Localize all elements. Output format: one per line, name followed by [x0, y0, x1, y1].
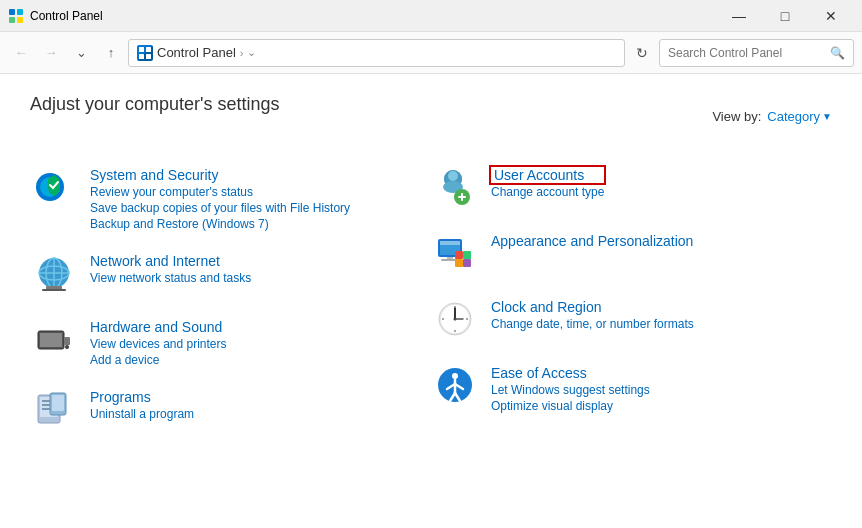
minimize-button[interactable]: —	[716, 0, 762, 32]
maximize-button[interactable]: □	[762, 0, 808, 32]
category-programs: Programs Uninstall a program	[30, 385, 431, 433]
hardware-link-0[interactable]: View devices and printers	[90, 337, 227, 351]
category-system-security: System and Security Review your computer…	[30, 163, 431, 231]
svg-rect-18	[40, 333, 62, 347]
address-separator: ›	[240, 47, 244, 59]
svg-point-53	[466, 318, 468, 320]
appearance-icon	[431, 229, 479, 277]
view-by-dropdown[interactable]: Category ▼	[767, 109, 832, 124]
address-field[interactable]: Control Panel › ⌄	[128, 39, 625, 67]
network-text: Network and Internet View network status…	[90, 249, 251, 285]
category-network: Network and Internet View network status…	[30, 249, 431, 297]
ease-link-0[interactable]: Let Windows suggest settings	[491, 383, 650, 397]
clock-title[interactable]: Clock and Region	[491, 299, 694, 315]
appearance-text: Appearance and Personalization	[491, 229, 693, 249]
svg-rect-1	[17, 9, 23, 15]
clock-icon	[431, 295, 479, 343]
svg-rect-7	[146, 54, 151, 59]
svg-rect-43	[455, 259, 463, 267]
refresh-button[interactable]: ↻	[629, 40, 655, 66]
system-security-icon	[30, 163, 78, 211]
search-icon: 🔍	[830, 46, 845, 60]
category-clock: Clock and Region Change date, time, or n…	[431, 295, 832, 343]
title-bar: Control Panel — □ ✕	[0, 0, 862, 32]
left-column: System and Security Review your computer…	[30, 163, 431, 433]
ease-icon	[431, 361, 479, 409]
svg-rect-5	[146, 47, 151, 52]
svg-rect-19	[64, 337, 70, 345]
forward-button[interactable]: →	[38, 40, 64, 66]
address-path-text: Control Panel	[157, 45, 236, 60]
svg-point-50	[454, 306, 456, 308]
search-input[interactable]	[668, 46, 826, 60]
address-bar: ← → ⌄ ↑ Control Panel › ⌄ ↻ 🔍	[0, 32, 862, 74]
svg-rect-28	[52, 395, 64, 411]
svg-point-21	[66, 346, 68, 348]
svg-rect-0	[9, 9, 15, 15]
svg-rect-3	[17, 17, 23, 23]
user-accounts-text: User Accounts Change account type	[491, 163, 604, 199]
page-title: Adjust your computer's settings	[30, 94, 280, 115]
ease-text: Ease of Access Let Windows suggest setti…	[491, 361, 650, 413]
ease-title[interactable]: Ease of Access	[491, 365, 650, 381]
window-controls: — □ ✕	[716, 0, 854, 32]
network-icon	[30, 249, 78, 297]
category-appearance: Appearance and Personalization	[431, 229, 832, 277]
hardware-text: Hardware and Sound View devices and prin…	[90, 315, 227, 367]
category-hardware: Hardware and Sound View devices and prin…	[30, 315, 431, 367]
category-user-accounts: User Accounts Change account type	[431, 163, 832, 211]
user-accounts-link-0[interactable]: Change account type	[491, 185, 604, 199]
svg-rect-16	[42, 289, 66, 291]
user-accounts-title[interactable]: User Accounts	[491, 167, 604, 183]
close-button[interactable]: ✕	[808, 0, 854, 32]
search-box[interactable]: 🔍	[659, 39, 854, 67]
system-security-text: System and Security Review your computer…	[90, 163, 350, 231]
system-security-link-1[interactable]: Save backup copies of your files with Fi…	[90, 201, 350, 215]
view-by-label: View by:	[712, 109, 761, 124]
user-accounts-icon	[431, 163, 479, 211]
system-security-link-0[interactable]: Review your computer's status	[90, 185, 350, 199]
svg-point-31	[448, 171, 458, 181]
app-icon	[8, 8, 24, 24]
svg-rect-35	[461, 193, 463, 201]
system-security-link-2[interactable]: Backup and Restore (Windows 7)	[90, 217, 350, 231]
appearance-title[interactable]: Appearance and Personalization	[491, 233, 693, 249]
network-title[interactable]: Network and Internet	[90, 253, 251, 269]
programs-link-0[interactable]: Uninstall a program	[90, 407, 194, 421]
window-title: Control Panel	[30, 9, 716, 23]
ease-link-1[interactable]: Optimize visual display	[491, 399, 650, 413]
svg-rect-41	[455, 251, 463, 259]
svg-point-52	[442, 318, 444, 320]
svg-rect-38	[440, 241, 460, 245]
hardware-title[interactable]: Hardware and Sound	[90, 319, 227, 335]
view-by-control: View by: Category ▼	[712, 109, 832, 124]
svg-rect-6	[139, 54, 144, 59]
up-button[interactable]: ↑	[98, 40, 124, 66]
main-content: Adjust your computer's settings View by:…	[0, 74, 862, 528]
programs-title[interactable]: Programs	[90, 389, 194, 405]
svg-rect-42	[463, 251, 471, 259]
clock-link-0[interactable]: Change date, time, or number formats	[491, 317, 694, 331]
svg-rect-2	[9, 17, 15, 23]
network-link-0[interactable]: View network status and tasks	[90, 271, 251, 285]
categories-grid: System and Security Review your computer…	[30, 163, 832, 433]
back-button[interactable]: ←	[8, 40, 34, 66]
programs-text: Programs Uninstall a program	[90, 385, 194, 421]
svg-point-55	[452, 373, 458, 379]
hardware-icon	[30, 315, 78, 363]
svg-point-51	[454, 330, 456, 332]
address-dropdown[interactable]: ⌄	[247, 46, 256, 59]
cp-icon	[137, 45, 153, 61]
hardware-link-1[interactable]: Add a device	[90, 353, 227, 367]
svg-rect-4	[139, 47, 144, 52]
recent-button[interactable]: ⌄	[68, 40, 94, 66]
clock-text: Clock and Region Change date, time, or n…	[491, 295, 694, 331]
programs-icon	[30, 385, 78, 433]
svg-rect-44	[463, 259, 471, 267]
right-column: User Accounts Change account type	[431, 163, 832, 433]
system-security-title[interactable]: System and Security	[90, 167, 350, 183]
category-ease: Ease of Access Let Windows suggest setti…	[431, 361, 832, 413]
